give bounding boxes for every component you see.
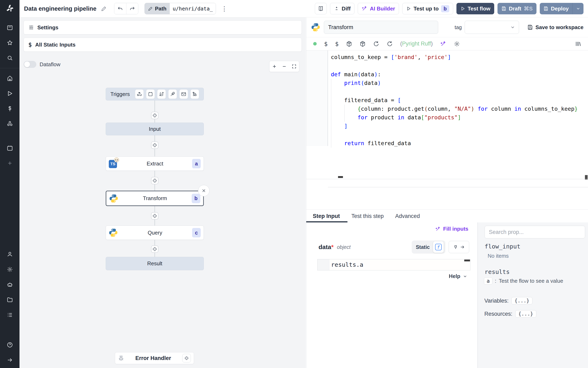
expression-mode-button[interactable]: f [433, 241, 444, 253]
path-control[interactable]: Path u/henri/data_ [144, 3, 216, 14]
package-icon-b[interactable] [360, 41, 366, 47]
code-editor[interactable]: columns_to_keep = ['brand', 'price']def … [306, 50, 588, 146]
schedules-icon[interactable] [5, 143, 15, 153]
runs-icon[interactable] [5, 89, 15, 98]
audit-logs-icon[interactable] [5, 310, 15, 320]
more-options-kebab-icon[interactable]: ⋮ [221, 5, 228, 12]
redo-button[interactable] [126, 3, 138, 14]
tab-step-input[interactable]: Step Input [313, 213, 340, 219]
edit-title-pencil-icon[interactable] [101, 6, 107, 11]
result-key-badge[interactable]: a [484, 277, 492, 285]
http-route-trigger-icon[interactable] [157, 89, 166, 99]
favorites-star-icon[interactable] [5, 38, 15, 47]
library-icon[interactable] [575, 41, 581, 47]
undo-button[interactable] [114, 3, 126, 14]
dollar-icon-a[interactable]: $ [324, 40, 328, 47]
flow-settings-bar[interactable]: Settings [24, 20, 302, 35]
variables-icon[interactable] [5, 104, 15, 113]
flow-canvas[interactable]: Settings $ All Static Inputs Dataflow Tr… [19, 18, 305, 368]
add-icon[interactable] [5, 158, 15, 168]
extract-step-node[interactable]: TS Extract a [106, 156, 204, 171]
step-name-input[interactable] [324, 21, 438, 34]
add-step-button[interactable] [151, 141, 158, 149]
editor-footer-strip [328, 180, 588, 187]
results-section[interactable]: results [484, 268, 510, 275]
connect-input-button[interactable] [449, 241, 469, 253]
assistant-status-icon [313, 42, 317, 46]
zoom-in-button[interactable] [269, 61, 279, 72]
editor-scrollbar-horizontal[interactable] [338, 176, 343, 178]
function-icon: f [435, 244, 442, 250]
search-icon[interactable] [5, 53, 15, 63]
flow-input-node[interactable]: Input [106, 123, 204, 135]
add-step-button[interactable] [151, 112, 158, 119]
folders-icon[interactable] [5, 295, 15, 304]
python-icon [109, 228, 118, 237]
add-step-button[interactable] [151, 177, 158, 184]
resources-object-badge[interactable]: {...} [515, 310, 536, 318]
prop-search-input[interactable] [484, 226, 585, 239]
add-error-handler-button[interactable] [182, 354, 191, 362]
tab-advanced[interactable]: Advanced [395, 213, 420, 219]
static-mode-label[interactable]: Static [416, 244, 430, 250]
tab-test-this-step[interactable]: Test this step [351, 213, 384, 219]
tag-select[interactable] [465, 21, 519, 34]
draft-button[interactable]: Draft ⌘S [497, 3, 537, 14]
save-to-workspace-button[interactable]: Save to workspace [527, 24, 583, 31]
expression-editor[interactable]: results.a [317, 259, 470, 270]
help-link[interactable]: Help [449, 273, 467, 279]
users-icon[interactable] [5, 249, 15, 259]
add-step-button[interactable] [151, 212, 158, 220]
code-lines[interactable]: columns_to_keep = ['brand', 'price']def … [328, 53, 588, 147]
query-step-node[interactable]: Query c [106, 226, 204, 240]
dataflow-toggle[interactable] [24, 61, 36, 68]
poll-trigger-icon[interactable] [190, 89, 199, 99]
workers-robot-icon[interactable] [5, 280, 15, 289]
package-icon-a[interactable] [346, 41, 352, 47]
deploy-options-chevron[interactable] [572, 3, 583, 14]
path-value[interactable]: u/henri/data_ [170, 3, 216, 14]
dollar-icon-b[interactable]: $ [335, 40, 338, 47]
expand-sidebar-icon[interactable] [5, 355, 15, 365]
variables-label: Variables: [484, 298, 509, 304]
deploy-button[interactable]: Deploy [540, 3, 572, 14]
error-handler-node[interactable]: Error Handler [115, 352, 194, 364]
diff-button[interactable]: Diff [330, 3, 354, 14]
extract-step-label: Extract [118, 161, 192, 167]
refresh-icon-b[interactable] [387, 41, 393, 47]
ai-wand-icon[interactable] [440, 41, 446, 47]
docs-book-button[interactable] [315, 3, 327, 14]
expression-value[interactable]: results.a [329, 259, 470, 270]
email-trigger-icon[interactable] [179, 89, 188, 99]
settings-gear-icon[interactable] [5, 265, 15, 274]
refresh-icon-a[interactable] [373, 41, 379, 47]
websocket-trigger-icon[interactable] [168, 89, 177, 99]
save-icon [543, 6, 548, 11]
editor-settings-gear-icon[interactable] [454, 41, 460, 47]
edge [154, 101, 155, 123]
fit-view-button[interactable] [289, 61, 299, 72]
transform-step-node[interactable]: Transform b [106, 191, 204, 206]
dataflow-control: Dataflow [24, 61, 60, 68]
home-icon[interactable] [5, 74, 15, 83]
fill-inputs-button[interactable]: Fill inputs [435, 226, 468, 232]
webhook-trigger-icon[interactable] [135, 89, 144, 99]
help-icon[interactable] [5, 340, 15, 350]
workspace-icon[interactable] [5, 23, 15, 32]
triggers-node[interactable]: Triggers [106, 88, 204, 101]
resources-icon[interactable] [5, 119, 15, 129]
flow-input-section[interactable]: flow_input [484, 243, 521, 250]
variables-object-badge[interactable]: {...} [512, 297, 532, 304]
add-step-button[interactable] [151, 245, 158, 253]
expression-scrollbar [464, 259, 470, 261]
flow-result-node[interactable]: Result [106, 257, 204, 270]
test-up-to-button[interactable]: Test up to b [402, 3, 453, 14]
ai-builder-button[interactable]: AI Builder [358, 3, 399, 14]
python-icon [109, 194, 118, 203]
delete-step-button[interactable] [198, 185, 209, 196]
schedule-trigger-icon[interactable] [146, 89, 155, 99]
test-flow-button[interactable]: Test flow [456, 3, 494, 14]
windmill-logo-icon[interactable] [5, 3, 15, 14]
zoom-out-button[interactable] [279, 61, 289, 72]
all-static-inputs-bar[interactable]: $ All Static Inputs [24, 38, 302, 52]
